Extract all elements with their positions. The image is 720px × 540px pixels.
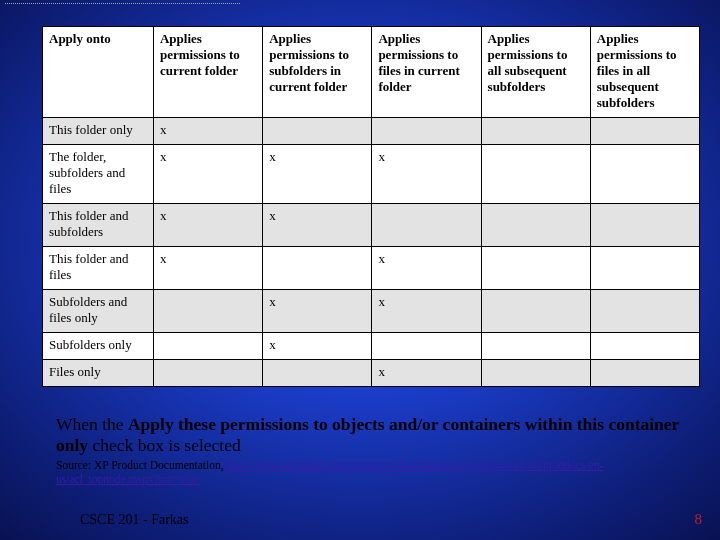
cell: x bbox=[372, 290, 481, 333]
table-row: This folder and files x x bbox=[43, 247, 700, 290]
table-row: This folder only x bbox=[43, 118, 700, 145]
cell bbox=[481, 290, 590, 333]
cell: x bbox=[372, 360, 481, 387]
row-label: This folder only bbox=[43, 118, 154, 145]
row-label: Subfolders only bbox=[43, 333, 154, 360]
cell bbox=[263, 360, 372, 387]
header-apply-onto: Apply onto bbox=[43, 27, 154, 118]
description-text: When the Apply these permissions to obje… bbox=[56, 414, 690, 455]
cell: x bbox=[153, 118, 262, 145]
row-label: The folder, subfolders and files bbox=[43, 145, 154, 204]
cell bbox=[153, 290, 262, 333]
cell bbox=[481, 118, 590, 145]
cell: x bbox=[372, 145, 481, 204]
desc-post: check box is selected bbox=[88, 435, 241, 455]
permissions-table-wrap: Apply onto Applies permissions to curren… bbox=[42, 26, 700, 387]
footer-course: CSCE 201 - Farkas bbox=[80, 512, 189, 528]
cell bbox=[481, 247, 590, 290]
cell bbox=[590, 290, 699, 333]
cell bbox=[590, 360, 699, 387]
cell: x bbox=[372, 247, 481, 290]
cell: x bbox=[263, 204, 372, 247]
row-label: Subfolders and files only bbox=[43, 290, 154, 333]
header-col5: Applies permissions to files in all subs… bbox=[590, 27, 699, 118]
cell bbox=[153, 333, 262, 360]
cell: x bbox=[153, 247, 262, 290]
cell bbox=[590, 118, 699, 145]
row-label: This folder and subfolders bbox=[43, 204, 154, 247]
table-row: The folder, subfolders and files x x x bbox=[43, 145, 700, 204]
cell bbox=[372, 204, 481, 247]
permissions-table: Apply onto Applies permissions to curren… bbox=[42, 26, 700, 387]
header-col3: Applies permissions to files in current … bbox=[372, 27, 481, 118]
cell: x bbox=[263, 333, 372, 360]
desc-pre: When the bbox=[56, 414, 128, 434]
cell bbox=[263, 118, 372, 145]
slide-number: 8 bbox=[695, 511, 703, 528]
cell: x bbox=[153, 145, 262, 204]
cell bbox=[153, 360, 262, 387]
table-row: Files only x bbox=[43, 360, 700, 387]
header-col4: Applies permissions to all subsequent su… bbox=[481, 27, 590, 118]
cell bbox=[481, 204, 590, 247]
cell bbox=[590, 204, 699, 247]
cell: x bbox=[263, 145, 372, 204]
cell: x bbox=[263, 290, 372, 333]
cell bbox=[372, 118, 481, 145]
cell bbox=[481, 145, 590, 204]
table-row: Subfolders only x bbox=[43, 333, 700, 360]
source-prefix: Source: XP Product Documentation, bbox=[56, 459, 226, 471]
table-header-row: Apply onto Applies permissions to curren… bbox=[43, 27, 700, 118]
row-label: This folder and files bbox=[43, 247, 154, 290]
header-col2: Applies permissions to subfolders in cur… bbox=[263, 27, 372, 118]
cell bbox=[372, 333, 481, 360]
decorative-line bbox=[5, 3, 240, 4]
table-row: This folder and subfolders x x bbox=[43, 204, 700, 247]
source-citation: Source: XP Product Documentation, http:/… bbox=[56, 458, 700, 487]
table-row: Subfolders and files only x x bbox=[43, 290, 700, 333]
cell bbox=[263, 247, 372, 290]
cell bbox=[481, 360, 590, 387]
cell bbox=[590, 247, 699, 290]
cell bbox=[590, 333, 699, 360]
header-col1: Applies permissions to current folder bbox=[153, 27, 262, 118]
cell: x bbox=[153, 204, 262, 247]
row-label: Files only bbox=[43, 360, 154, 387]
cell bbox=[481, 333, 590, 360]
cell bbox=[590, 145, 699, 204]
